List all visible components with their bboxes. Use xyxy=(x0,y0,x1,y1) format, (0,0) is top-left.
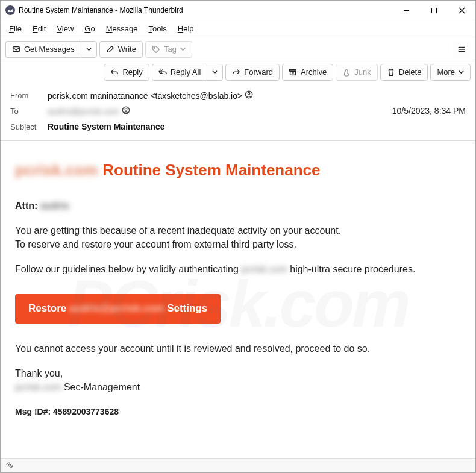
junk-button[interactable]: Junk xyxy=(336,64,377,81)
message-headers: From pcrisk.com maninatanance <taxsketch… xyxy=(1,85,475,141)
tag-button[interactable]: Tag xyxy=(145,41,192,58)
svg-point-5 xyxy=(154,47,155,48)
hamburger-icon xyxy=(457,45,466,54)
message-actions: Reply Reply All Forward Archive Junk Del… xyxy=(1,61,475,85)
tag-icon xyxy=(152,45,160,54)
junk-label: Junk xyxy=(354,67,371,77)
from-value: pcrisk.com maninatanance <taxsketches@bs… xyxy=(48,90,253,101)
svg-point-16 xyxy=(8,464,11,466)
menu-file[interactable]: File xyxy=(4,22,27,35)
subject-label: Subject xyxy=(10,122,43,131)
menu-view[interactable]: View xyxy=(52,22,78,35)
tag-label: Tag xyxy=(164,45,177,54)
contact-icon[interactable] xyxy=(245,90,253,99)
archive-icon xyxy=(289,68,297,77)
reply-icon xyxy=(110,68,119,77)
forward-icon xyxy=(232,68,240,77)
more-button[interactable]: More xyxy=(430,64,471,81)
get-messages-button[interactable]: Get Messages xyxy=(5,41,81,58)
menubar: File Edit View Go Message Tools Help xyxy=(1,20,475,37)
chevron-down-icon xyxy=(86,46,92,52)
message-date: 10/5/2023, 8:34 PM xyxy=(392,106,466,116)
menu-go[interactable]: Go xyxy=(80,22,99,35)
write-label: Write xyxy=(118,45,136,54)
message-id: Msg !D#: 45892003773628 xyxy=(15,406,461,418)
menu-edit[interactable]: Edit xyxy=(28,22,51,35)
body-paragraph: Follow our guidelines below by validly a… xyxy=(15,262,461,276)
signature: Thank you, pcrisk.com Sec-Management xyxy=(15,366,461,394)
body-paragraph: You cannot access your account until it … xyxy=(15,342,461,356)
maximize-button[interactable] xyxy=(420,1,448,20)
chevron-down-icon xyxy=(459,69,464,75)
restore-settings-button[interactable]: Restore audris@pcrisk.com Settings xyxy=(15,294,221,324)
pencil-icon xyxy=(106,45,114,54)
delete-label: Delete xyxy=(399,67,422,77)
reply-button[interactable]: Reply xyxy=(104,64,149,81)
subject-value: Routine System Maintenance xyxy=(48,122,165,131)
from-label: From xyxy=(10,91,43,100)
titlebar: Routine System Maintenance - Mozilla Thu… xyxy=(1,1,475,20)
archive-button[interactable]: Archive xyxy=(282,64,333,81)
to-value: audris@pcrisk.com xyxy=(48,106,130,116)
menu-tools[interactable]: Tools xyxy=(143,22,171,35)
inbox-download-icon xyxy=(12,45,20,54)
activity-indicator-icon xyxy=(5,461,14,471)
main-toolbar: Get Messages Write Tag xyxy=(1,37,475,61)
menu-help[interactable]: Help xyxy=(173,22,199,35)
more-label: More xyxy=(437,67,455,77)
reply-all-label: Reply All xyxy=(171,67,201,77)
statusbar xyxy=(1,458,475,472)
close-button[interactable] xyxy=(448,1,475,20)
reply-all-button[interactable]: Reply All xyxy=(152,64,207,81)
chevron-down-icon xyxy=(212,69,218,75)
to-label: To xyxy=(10,107,43,116)
flame-icon xyxy=(342,68,351,77)
forward-label: Forward xyxy=(244,67,273,77)
get-messages-dropdown[interactable] xyxy=(81,41,97,58)
chevron-down-icon xyxy=(180,46,186,52)
body-paragraph: You are getting this because of a recent… xyxy=(15,224,461,251)
minimize-button[interactable] xyxy=(392,1,420,20)
svg-rect-1 xyxy=(431,8,436,13)
menu-message[interactable]: Message xyxy=(101,22,143,35)
thunderbird-icon xyxy=(5,5,15,15)
reply-label: Reply xyxy=(122,67,142,77)
contact-icon[interactable] xyxy=(122,106,130,114)
email-title: pcrisk.comRoutine System Maintenance xyxy=(15,159,461,182)
forward-button[interactable]: Forward xyxy=(225,64,280,81)
attn-line: Attn: audris xyxy=(15,199,461,213)
write-button[interactable]: Write xyxy=(99,41,143,58)
reply-all-icon xyxy=(158,68,167,77)
message-body: PCrisk.com pcrisk.comRoutine System Main… xyxy=(1,141,475,466)
svg-point-15 xyxy=(125,108,127,110)
svg-rect-4 xyxy=(13,46,20,51)
window-title: Routine System Maintenance - Mozilla Thu… xyxy=(19,6,392,14)
trash-icon xyxy=(387,68,395,77)
reply-all-dropdown[interactable] xyxy=(207,64,223,81)
delete-button[interactable]: Delete xyxy=(380,64,428,81)
svg-point-13 xyxy=(248,92,250,95)
archive-label: Archive xyxy=(301,67,327,77)
app-menu-button[interactable] xyxy=(453,41,471,58)
get-messages-label: Get Messages xyxy=(24,45,75,54)
